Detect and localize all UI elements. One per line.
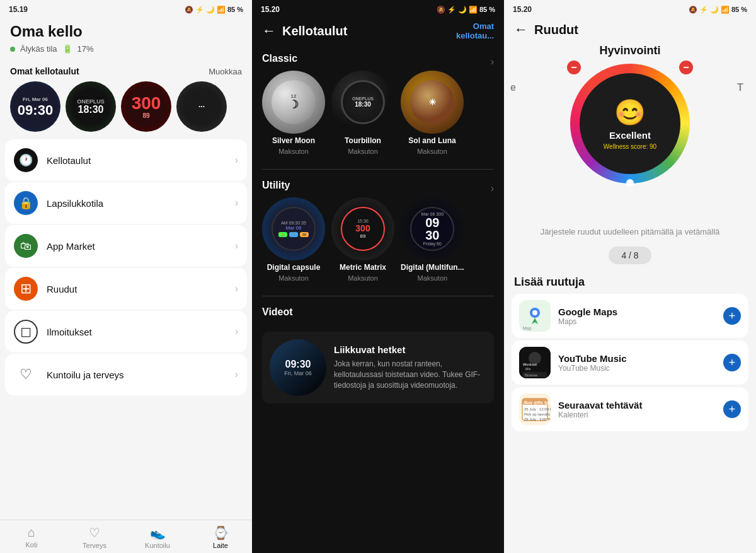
wellness-card-container: − 😊 Excellent Wellness score: 90 − <box>570 64 690 183</box>
own-watchfaces-button[interactable]: Omatkellotau... <box>456 21 494 40</box>
youtube-music-name: YouTube Music <box>558 353 716 364</box>
back-button-2[interactable]: ← <box>262 23 276 39</box>
chevron-icon-kellotaulut: › <box>235 154 238 166</box>
home-nav-icon: ⌂ <box>28 525 35 540</box>
video-date: Fri, Mar 06 <box>284 370 312 376</box>
wf-card-silver-moon[interactable]: 12 ☽ Silver Moon Maksuton <box>262 71 325 155</box>
wf-card-tourbillon[interactable]: ONEPLUS 18:30 Tourbillon Maksuton <box>331 71 394 155</box>
video-card[interactable]: 09:30 Fri, Mar 06 Liikkuvat hetket Joka … <box>262 332 494 404</box>
swipe-left-label: e <box>510 44 523 93</box>
digital-multifun-thumb: Mar 06 300 0930 Friday 80 <box>401 197 464 260</box>
status-icons-2: 🔕 ⚡ 🌙 📶 85 % <box>437 6 495 14</box>
list-item-google-maps: Map Google Maps Maps + <box>512 294 748 338</box>
nav-laite-label: Laite <box>213 542 228 549</box>
watchfaces-title: Kellotaulut <box>282 24 456 38</box>
digital-capsule-sub: Maksuton <box>278 274 309 282</box>
digital-capsule-name: Digital capsule <box>267 263 321 272</box>
ruudut-topbar: ← Ruudut <box>504 16 756 44</box>
kellotaulut-icon: 🕐 <box>14 148 38 172</box>
add-youtube-music-button[interactable]: + <box>723 354 741 371</box>
wf-card-metric-matrix[interactable]: 15:30 300 89 Metric Matrix Maksuton <box>331 197 394 282</box>
signal-icon-2: 📶 <box>469 6 478 14</box>
app-market-label: App Market <box>47 241 226 252</box>
bluetooth-icon-2: ⚡ <box>447 6 456 14</box>
sol-luna-sub: Maksuton <box>417 148 447 155</box>
silver-moon-name: Silver Moon <box>272 136 315 145</box>
menu-item-kuntoilu[interactable]: ♡ Kuntoilu ja terveys › <box>5 354 247 395</box>
bluetooth-icon-3: ⚡ <box>699 6 708 14</box>
divider-1 <box>262 169 494 170</box>
add-section-header: Lisää ruutuja <box>504 268 756 294</box>
metric-matrix-thumb: 15:30 300 89 <box>331 197 394 260</box>
tourbillon-sub: Maksuton <box>348 148 378 155</box>
moon-icon-3: 🌙 <box>710 6 719 14</box>
notification-icon: 🔕 <box>185 6 193 14</box>
remove-wellness-button[interactable]: − <box>567 61 581 74</box>
silver-moon-sub: Maksuton <box>278 148 309 155</box>
digital-capsule-thumb: AM 09:30 35 Mar 06 🚴 🏃 89 <box>262 197 325 260</box>
digital-multifun-name: Digital (Multifun... <box>401 263 464 272</box>
nav-kuntoilu-label: Kuntoilu <box>145 542 170 549</box>
metric-matrix-sub: Maksuton <box>348 274 378 282</box>
status-bar-2: 15.20 🔕 ⚡ 🌙 📶 85 % <box>252 0 504 16</box>
edit-watch-faces-button[interactable]: Muokkaa <box>209 67 242 76</box>
svg-point-2 <box>532 310 537 315</box>
menu-item-kellotaulut[interactable]: 🕐 Kellotaulut › <box>5 139 247 181</box>
watch-face-thumb-4[interactable]: ··· <box>176 81 227 132</box>
svg-text:Browse: Browse <box>525 373 538 377</box>
watch-face-thumb-3[interactable]: 300 89 <box>121 81 171 132</box>
status-icons-1: 🔕 ⚡ 🌙 📶 85 % <box>185 6 243 14</box>
watch-face-thumb-1[interactable]: Fri, Mar 06 09:30 <box>10 81 60 132</box>
youtube-music-info: YouTube Music YouTube Music <box>558 353 716 373</box>
ilmoitukset-icon: ◻ <box>14 320 38 344</box>
wellness-gradient-ring: 😊 Excellent Wellness score: 90 <box>570 64 690 183</box>
panel-home: 15.19 🔕 ⚡ 🌙 📶 85 % Oma kello Älykäs tila… <box>0 0 252 553</box>
notification-icon-2: 🔕 <box>437 6 445 14</box>
remove-card-button[interactable]: − <box>679 61 693 74</box>
svg-text:25 July · 12:00 PM: 25 July · 12:00 PM <box>524 407 551 411</box>
video-card-title: Liikkuvat hetket <box>334 344 486 355</box>
divider-2 <box>262 296 494 296</box>
classic-chevron: › <box>491 56 494 67</box>
list-item-seuraavat-tehtavat: Buy gifts for A... 25 July · 12:00 PM Pi… <box>512 387 748 431</box>
add-seuraavat-tehtavat-button[interactable]: + <box>723 400 741 418</box>
nav-laite[interactable]: ⌚ Laite <box>189 520 252 553</box>
add-google-maps-button[interactable]: + <box>723 307 741 325</box>
watch-faces-header: Omat kellotaulut Muokkaa <box>0 57 252 81</box>
classic-title: Classic <box>262 53 297 64</box>
wellness-inner-card: 😊 Excellent Wellness score: 90 <box>580 73 680 174</box>
battery-3: 85 % <box>731 6 747 13</box>
time-3: 15.20 <box>513 5 532 14</box>
classic-header-row: Classic › <box>262 53 494 71</box>
wf-card-digital-multifun[interactable]: Mar 06 300 0930 Friday 80 Digital (Multi… <box>401 197 464 282</box>
watch-face-thumb-2[interactable]: ONEPLUS 18:30 <box>66 81 116 132</box>
nav-koti[interactable]: ⌂ Koti <box>0 520 63 553</box>
nav-kuntoilu[interactable]: 👟 Kuntoilu <box>126 520 189 553</box>
panel-ruudut: 15.20 🔕 ⚡ 🌙 📶 85 % ← Ruudut e Hyvinvoint… <box>504 0 756 553</box>
utility-grid: AM 09:30 35 Mar 06 🚴 🏃 89 Digital capsul… <box>262 197 494 288</box>
watch-faces-label: Omat kellotaulut <box>10 66 79 76</box>
menu-item-ilmoitukset[interactable]: ◻ Ilmoitukset › <box>5 311 247 352</box>
video-section: Videot <box>252 300 504 328</box>
menu-item-ruudut[interactable]: ⊞ Ruudut › <box>5 268 247 310</box>
time-1: 15.19 <box>9 5 28 14</box>
google-maps-icon: Map <box>519 300 551 332</box>
wf-card-sol-luna[interactable]: ☀ Sol and Luna Maksuton <box>401 71 464 155</box>
wf-card-digital-capsule[interactable]: AM 09:30 35 Mar 06 🚴 🏃 89 Digital capsul… <box>262 197 325 282</box>
smart-mode-label: Älykäs tila <box>20 44 57 54</box>
svg-text:Pick up laundry ○: Pick up laundry ○ <box>524 412 551 416</box>
video-time: 09:30 <box>285 359 311 370</box>
menu-item-lapsilukkotila[interactable]: 🔒 Lapsilukkotila › <box>5 182 247 224</box>
menu-item-app-market[interactable]: 🛍 App Market › <box>5 225 247 267</box>
utility-section: Utility › AM 09:30 35 Mar 06 🚴 🏃 <box>252 173 504 292</box>
back-button-3[interactable]: ← <box>514 21 528 38</box>
swipe-right-label: T <box>737 44 750 93</box>
page-counter: 4 / 8 <box>609 247 651 264</box>
page-title-home: Oma kello <box>10 23 242 40</box>
nav-terveys-label: Terveys <box>83 542 106 549</box>
chevron-icon-ilmoitukset: › <box>235 326 238 337</box>
chevron-icon-lapsilukkotila: › <box>235 197 238 209</box>
nav-terveys[interactable]: ♡ Terveys <box>63 520 126 553</box>
chevron-icon-app-market: › <box>235 240 238 252</box>
panel-watch-faces: 15.20 🔕 ⚡ 🌙 📶 85 % ← Kellotaulut Omatkel… <box>252 0 504 553</box>
